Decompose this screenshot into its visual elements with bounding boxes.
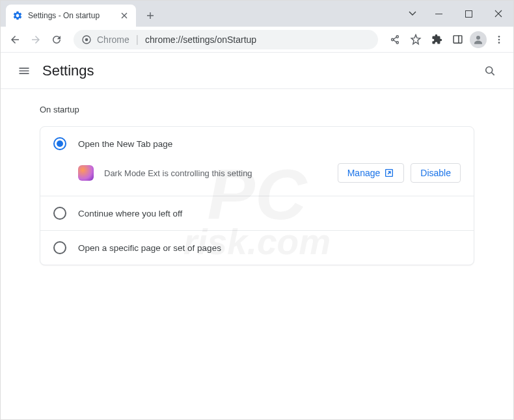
svg-rect-7	[453, 36, 462, 43]
svg-point-13	[486, 66, 493, 73]
page-title: Settings	[42, 62, 94, 79]
option-specific-pages[interactable]: Open a specific page or set of pages	[40, 231, 474, 265]
reload-button[interactable]	[47, 31, 66, 49]
search-settings-icon[interactable]	[477, 58, 503, 84]
profile-avatar[interactable]	[469, 31, 487, 49]
startup-options-card: Open the New Tab page Dark Mode Ext is c…	[40, 126, 474, 265]
option-continue[interactable]: Continue where you left off	[40, 196, 474, 231]
close-tab-icon[interactable]	[119, 10, 129, 21]
tab-title: Settings - On startup	[28, 11, 114, 20]
option-label: Open the New Tab page	[78, 139, 461, 149]
more-menu-icon[interactable]	[490, 31, 508, 49]
browser-tab[interactable]: Settings - On startup	[6, 5, 136, 27]
forward-button[interactable]	[27, 31, 45, 49]
svg-line-14	[492, 72, 494, 75]
svg-rect-0	[435, 14, 442, 14]
settings-header: Settings	[1, 53, 513, 89]
minimize-button[interactable]	[424, 1, 453, 27]
url-text: Chrome | chrome://settings/onStartup	[97, 34, 256, 46]
hamburger-menu-icon[interactable]	[11, 58, 37, 84]
disable-button-label: Disable	[420, 168, 451, 178]
disable-button[interactable]: Disable	[411, 163, 461, 183]
svg-rect-1	[465, 10, 472, 17]
svg-point-5	[396, 35, 398, 37]
extension-app-icon	[78, 165, 94, 181]
svg-point-12	[498, 42, 500, 44]
back-button[interactable]	[6, 31, 24, 49]
open-external-icon	[384, 168, 394, 178]
extensions-puzzle-icon[interactable]	[427, 31, 446, 49]
section-title: On startup	[40, 105, 474, 114]
svg-point-4	[392, 38, 394, 40]
settings-content: On startup Open the New Tab page Dark Mo…	[1, 89, 513, 281]
share-icon[interactable]	[386, 31, 404, 49]
maximize-button[interactable]	[453, 1, 483, 27]
chrome-icon	[81, 34, 92, 45]
manage-button[interactable]: Manage	[338, 163, 405, 183]
svg-point-3	[85, 38, 88, 41]
option-label: Open a specific page or set of pages	[78, 243, 461, 253]
avatar-icon	[470, 31, 487, 48]
svg-point-11	[498, 38, 500, 40]
side-panel-icon[interactable]	[448, 31, 467, 49]
svg-point-10	[498, 36, 500, 38]
extension-notice-text: Dark Mode Ext is controlling this settin…	[104, 168, 327, 178]
address-bar[interactable]: Chrome | chrome://settings/onStartup	[74, 30, 378, 49]
manage-button-label: Manage	[347, 168, 381, 178]
bookmark-star-icon[interactable]	[407, 31, 425, 49]
svg-point-6	[396, 41, 398, 43]
radio-selected-icon[interactable]	[53, 137, 66, 150]
tab-search-dropdown[interactable]	[401, 1, 424, 27]
svg-point-9	[476, 36, 480, 40]
settings-gear-icon	[12, 10, 23, 21]
extension-control-notice: Dark Mode Ext is controlling this settin…	[40, 155, 474, 196]
new-tab-button[interactable]	[141, 7, 159, 25]
browser-toolbar: Chrome | chrome://settings/onStartup	[1, 27, 513, 53]
window-titlebar: Settings - On startup	[1, 1, 513, 27]
radio-unselected-icon[interactable]	[53, 207, 66, 220]
option-new-tab[interactable]: Open the New Tab page	[40, 127, 474, 155]
option-label: Continue where you left off	[78, 209, 461, 218]
radio-unselected-icon[interactable]	[53, 241, 66, 254]
close-window-button[interactable]	[483, 1, 513, 27]
